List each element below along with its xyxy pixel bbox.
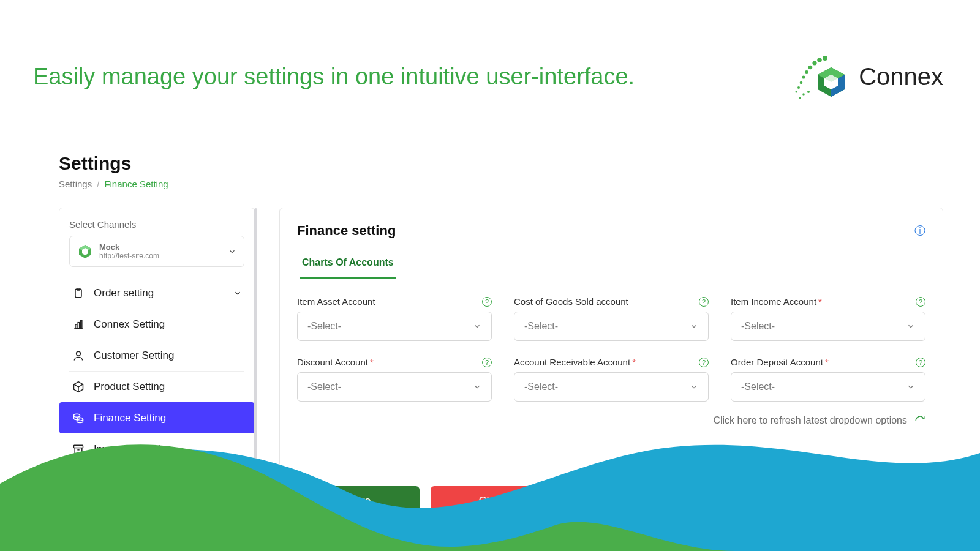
box-icon <box>72 380 85 394</box>
breadcrumb-root[interactable]: Settings <box>59 179 92 189</box>
archive-icon <box>72 443 85 456</box>
channel-select[interactable]: Mock http://test-site.com <box>69 236 244 267</box>
chevron-down-icon <box>907 322 915 331</box>
svg-point-7 <box>817 58 822 62</box>
user-icon <box>72 349 85 362</box>
chevron-down-icon <box>690 383 698 391</box>
sidebar-item-label: Customer Setting <box>94 350 174 362</box>
svg-point-4 <box>805 70 809 74</box>
help-icon[interactable]: ? <box>699 297 709 307</box>
field-label: Discount Account* <box>297 357 374 367</box>
tab-charts-of-accounts[interactable]: Charts Of Accounts <box>300 251 396 279</box>
field-order-deposit-account: Order Deposit Account* ? -Select- <box>731 357 925 402</box>
help-icon[interactable]: ? <box>482 358 492 367</box>
chevron-down-icon <box>690 322 698 331</box>
sidebar-item-inventory-setting[interactable]: Inventory Setting <box>69 433 244 465</box>
select-cogs-account[interactable]: -Select- <box>514 312 709 341</box>
select-ar-account[interactable]: -Select- <box>514 372 709 402</box>
select-placeholder: -Select- <box>307 321 341 332</box>
breadcrumb-current: Finance Setting <box>104 179 168 189</box>
brand-logo <box>790 49 851 104</box>
field-item-asset-account: Item Asset Account ? -Select- <box>297 296 492 341</box>
hero-headline: Easily manage your settings in one intui… <box>33 64 635 90</box>
page-title: Settings <box>59 153 980 174</box>
help-icon[interactable]: ? <box>916 358 925 367</box>
select-placeholder: -Select- <box>741 381 775 392</box>
sidebar-item-connex-setting[interactable]: Connex Setting <box>69 309 244 340</box>
clipboard-icon <box>72 287 85 300</box>
select-item-income-account[interactable]: -Select- <box>731 312 925 341</box>
brand-block: Connex <box>790 49 943 104</box>
chevron-down-icon <box>228 247 236 256</box>
svg-point-0 <box>796 91 797 93</box>
help-icon[interactable]: ? <box>482 297 492 307</box>
select-discount-account[interactable]: -Select- <box>297 372 492 402</box>
chevron-down-icon <box>473 322 481 331</box>
sidebar-item-label: Connex Setting <box>94 318 165 331</box>
chevron-down-icon <box>907 383 915 391</box>
help-icon[interactable]: ? <box>916 297 925 307</box>
svg-point-1 <box>797 86 800 89</box>
chevron-down-icon <box>473 383 481 391</box>
select-placeholder: -Select- <box>307 381 341 392</box>
field-label: Item Asset Account <box>297 296 375 307</box>
svg-point-5 <box>809 66 813 70</box>
breadcrumb: Settings / Finance Setting <box>59 179 980 189</box>
sidebar-item-finance-setting[interactable]: Finance Setting <box>59 402 254 433</box>
svg-rect-24 <box>80 320 82 328</box>
sidebar: Select Channels Mock http://test-site.co… <box>59 208 255 528</box>
main-panel: Finance setting ⓘ Charts Of Accounts Ite… <box>279 208 943 514</box>
tasks-icon <box>72 505 85 519</box>
sidebar-item-label: Finance Setting <box>94 412 166 424</box>
sidebar-item-customer-setting[interactable]: Customer Setting <box>69 340 244 371</box>
select-placeholder: -Select- <box>524 321 558 332</box>
sidebar-item-pending-order[interactable]: Pending Order <box>69 465 244 496</box>
sidebar-item-label: Tasks <box>94 506 120 518</box>
select-item-asset-account[interactable]: -Select- <box>297 312 492 341</box>
field-item-income-account: Item Income Account* ? -Select- <box>731 296 925 341</box>
sidebar-item-order-setting[interactable]: Order setting <box>69 278 244 309</box>
svg-rect-23 <box>78 323 80 329</box>
chevron-down-icon <box>233 289 242 298</box>
refresh-icon[interactable] <box>914 415 925 426</box>
field-label: Account Receivable Account* <box>514 357 636 367</box>
brand-name: Connex <box>859 63 943 91</box>
sidebar-item-label: Order setting <box>94 287 154 299</box>
clock-box-icon <box>72 474 85 487</box>
svg-point-10 <box>807 91 810 93</box>
svg-point-26 <box>74 414 80 417</box>
clear-button[interactable]: Clear <box>431 486 553 515</box>
svg-point-8 <box>823 56 827 61</box>
svg-point-2 <box>800 81 803 84</box>
info-icon[interactable]: ⓘ <box>914 223 925 238</box>
sidebar-item-product-setting[interactable]: Product Setting <box>69 371 244 402</box>
field-cogs-account: Cost of Goods Sold account ? -Select- <box>514 296 709 341</box>
field-ar-account: Account Receivable Account* ? -Select- <box>514 357 709 402</box>
select-order-deposit-account[interactable]: -Select- <box>731 372 925 402</box>
refresh-text[interactable]: Click here to refresh latest dropdown op… <box>713 415 907 426</box>
channel-url: http://test-site.com <box>99 252 159 260</box>
field-discount-account: Discount Account* ? -Select- <box>297 357 492 402</box>
sidebar-item-label: Product Setting <box>94 381 165 393</box>
svg-rect-22 <box>75 324 77 329</box>
svg-point-11 <box>799 97 801 99</box>
channel-name: Mock <box>99 242 159 252</box>
sidebar-item-label: Inventory Setting <box>94 443 172 455</box>
breadcrumb-separator: / <box>97 179 99 189</box>
chart-icon <box>72 318 85 331</box>
field-label: Cost of Goods Sold account <box>514 296 628 307</box>
save-button[interactable]: Save <box>297 486 420 515</box>
select-placeholder: -Select- <box>741 321 775 332</box>
help-icon[interactable]: ? <box>699 358 709 367</box>
field-label: Item Income Account* <box>731 296 822 307</box>
svg-point-9 <box>802 93 805 96</box>
sidebar-item-tasks[interactable]: Tasks <box>69 496 244 527</box>
svg-point-3 <box>802 75 805 78</box>
select-placeholder: -Select- <box>524 381 558 392</box>
coins-icon <box>72 411 85 425</box>
field-label: Order Deposit Account* <box>731 357 829 367</box>
svg-rect-28 <box>74 445 83 448</box>
svg-point-25 <box>77 351 81 356</box>
main-title: Finance setting <box>297 223 396 239</box>
sidebar-select-label: Select Channels <box>69 219 244 230</box>
